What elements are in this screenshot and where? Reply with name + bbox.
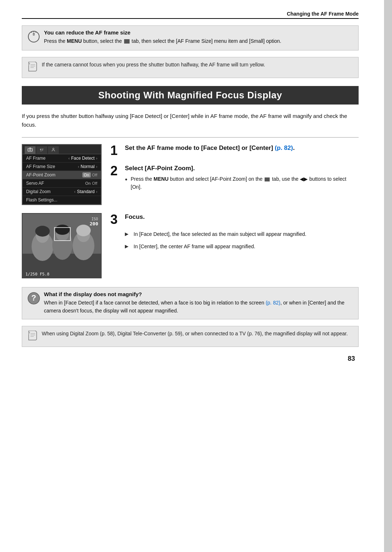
- svg-point-20: [55, 225, 70, 235]
- step-2-content: Select [AF-Point Zoom]. ● Press the MENU…: [125, 164, 359, 193]
- step-1: 1 Set the AF frame mode to [Face Detect]…: [110, 144, 359, 157]
- step-1-content: Set the AF frame mode to [Face Detect] o…: [125, 144, 295, 155]
- svg-point-10: [29, 149, 31, 151]
- warning-text: When in [Face Detect] if a face cannot b…: [44, 299, 352, 315]
- note-link-2: (p. 59): [168, 331, 182, 336]
- svg-point-12: [53, 148, 54, 150]
- svg-point-23: [76, 225, 91, 236]
- page-number: 83: [22, 355, 359, 363]
- steps-area: ¶T AF Frame ‹ Face Detect ›: [22, 144, 359, 205]
- page-header: Changing the AF Frame Mode: [22, 11, 359, 19]
- divider-line: [22, 137, 359, 138]
- note-link-3: (p. 76): [247, 331, 262, 336]
- warning-icon: ?: [27, 292, 40, 307]
- menu-screenshot: ¶T AF Frame ‹ Face Detect ›: [22, 144, 102, 205]
- content-area: Changing the AF Frame Mode 8 You can red…: [0, 0, 384, 377]
- tip-icon-svg: 8: [27, 30, 40, 43]
- bullet-dot: ●: [125, 176, 128, 183]
- menu-row-flash-settings: Flash Settings...: [23, 196, 101, 204]
- svg-text:200: 200: [90, 221, 98, 226]
- step-2: 2 Select [AF-Point Zoom]. ● Press the ME…: [110, 164, 359, 193]
- svg-rect-8: [28, 148, 32, 151]
- svg-point-17: [35, 226, 50, 237]
- step-1-title: Set the AF frame mode to [Face Detect] o…: [125, 144, 295, 152]
- step-3-bullets: ▶ In [Face Detect], the face selected as…: [110, 230, 359, 250]
- step-1-number: 1: [110, 144, 121, 157]
- menu-row-af-point-zoom: AF-Point Zoom On Off: [23, 171, 101, 179]
- camera-photo: ISO 200 1/250 F5.8: [22, 213, 102, 278]
- warning-content: What if the display does not magnify? Wh…: [44, 291, 352, 315]
- menu-tab-person: [48, 146, 59, 154]
- note-icon-2: [27, 331, 37, 343]
- section-intro: If you press the shutter button halfway …: [22, 112, 359, 129]
- warning-title: What if the display does not magnify?: [44, 291, 352, 297]
- warning-link-1: (p. 82): [266, 300, 280, 306]
- svg-text:¶T: ¶T: [40, 148, 44, 152]
- step-3-title: Focus.: [125, 213, 145, 221]
- note-link-1: (p. 58): [100, 331, 114, 336]
- menu-tab-settings: ¶T: [36, 146, 47, 154]
- svg-text:ISO: ISO: [91, 217, 98, 221]
- step-3-text-1: In [Face Detect], the face selected as t…: [134, 230, 306, 238]
- menu-row-servo-af: Servo AF On Off: [23, 179, 101, 188]
- note-text: If the camera cannot focus when you pres…: [42, 61, 265, 69]
- step-2-title: Select [AF-Point Zoom].: [125, 164, 359, 173]
- svg-rect-9: [29, 148, 31, 148]
- step-3-text-2: In [Center], the center AF frame will ap…: [134, 243, 255, 251]
- menu-tab-bar: ¶T: [23, 145, 101, 154]
- triangle-bullet-2: ▶: [125, 244, 129, 249]
- tip-icon: 8: [27, 30, 40, 46]
- tip-box-text: Press the MENU button, select the tab, t…: [44, 37, 281, 45]
- menu-tab-camera: [25, 146, 36, 154]
- menu-row-digital-zoom: Digital Zoom ‹ Standard ›: [23, 188, 101, 196]
- tip-box-title: You can reduce the AF frame size: [44, 29, 281, 36]
- note-text-2: When using Digital Zoom (p. 58), Digital…: [42, 330, 348, 338]
- steps-text: 1 Set the AF frame mode to [Face Detect]…: [110, 144, 359, 200]
- step-1-link: (p. 82): [275, 144, 293, 151]
- menu-rows: AF Frame ‹ Face Detect › AF Frame Size ‹…: [23, 154, 101, 204]
- page-container: Changing the AF Frame Mode 8 You can red…: [0, 0, 392, 552]
- menu-row-af-frame: AF Frame ‹ Face Detect ›: [23, 154, 101, 163]
- warning-box: ? What if the display does not magnify? …: [22, 287, 359, 319]
- camera-photo-svg: ISO 200 1/250 F5.8: [23, 214, 102, 278]
- camera-tab-icon: [124, 39, 130, 44]
- step-3-header: 3 Focus.: [110, 213, 359, 226]
- note-icon: [27, 62, 37, 74]
- step-3-bullet-2: ▶ In [Center], the center AF frame will …: [125, 243, 359, 251]
- note-box-2: When using Digital Zoom (p. 58), Digital…: [22, 326, 359, 347]
- header-title: Changing the AF Frame Mode: [287, 11, 359, 17]
- step-2-bullet: ● Press the MENU button and select [AF-P…: [125, 175, 359, 191]
- photo-step-area: ISO 200 1/250 F5.8 3 Focus. ▶ I: [22, 213, 359, 278]
- svg-text:?: ?: [31, 293, 36, 302]
- step-2-body: ● Press the MENU button and select [AF-P…: [125, 175, 359, 191]
- camera-icon-inline: [265, 177, 270, 181]
- step-3-number: 3: [110, 213, 121, 226]
- section-heading: Shooting With Magnified Focus Display: [22, 86, 359, 105]
- tip-box: 8 You can reduce the AF frame size Press…: [22, 25, 359, 50]
- svg-text:8: 8: [33, 32, 35, 36]
- step-3-content: Focus.: [125, 213, 145, 224]
- menu-row-af-frame-size: AF Frame Size ‹ Normal ›: [23, 163, 101, 171]
- note-box: If the camera cannot focus when you pres…: [22, 57, 359, 78]
- right-accent-bar: [384, 0, 392, 552]
- step-3-bullet-1: ▶ In [Face Detect], the face selected as…: [125, 230, 359, 238]
- triangle-bullet-1: ▶: [125, 231, 129, 237]
- step-2-number: 2: [110, 164, 121, 177]
- tip-box-content: You can reduce the AF frame size Press t…: [44, 29, 281, 45]
- step-3-area: 3 Focus. ▶ In [Face Detect], the face se…: [110, 213, 359, 255]
- svg-text:1/250  F5.8: 1/250 F5.8: [25, 272, 49, 277]
